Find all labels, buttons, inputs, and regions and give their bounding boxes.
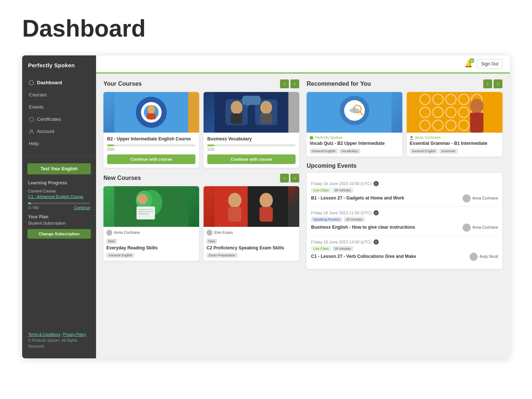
svg-point-28	[260, 193, 273, 208]
sidebar-item-help[interactable]: Help	[22, 137, 96, 150]
course-card-b2-button[interactable]: Continue with course	[107, 154, 195, 164]
sidebar-footer: Terms & Conditions | Privacy Policy © Pe…	[22, 329, 96, 352]
svg-point-30	[228, 193, 242, 208]
sidebar-item-courses[interactable]: Courses	[22, 89, 96, 101]
sidebar-item-account-label: Account	[37, 129, 54, 134]
certificate-icon	[29, 117, 34, 122]
svg-point-7	[148, 105, 155, 115]
course-card-bv-body: Business Vocabulary 1/20 Continue with c…	[204, 133, 299, 168]
rec-card-vocab-title: Vocab Quiz - B2 Upper Intermediate	[310, 141, 399, 147]
learning-progress-title: Learning Progress	[22, 177, 96, 187]
course-card-bv-button[interactable]: Continue with course	[207, 154, 296, 164]
event-3-row: C1 - Lesson 27 - Verb Collocations Give …	[311, 253, 498, 261]
current-course-link[interactable]: C1 - Advanced English Course	[28, 194, 83, 199]
recommended-title: Recommended for You	[307, 81, 371, 87]
sidebar-item-certificates-label: Certificates	[37, 116, 61, 122]
event-2-row: Business English - How to give clear ins…	[311, 224, 498, 232]
sign-out-button[interactable]: Sign Out	[477, 59, 502, 69]
rec-card-grammar-body: Anna Cochrane Essential Grammar - B1 Int…	[407, 133, 502, 157]
new-courses-title: New Courses	[103, 175, 141, 181]
svg-point-55	[470, 99, 484, 113]
test-english-button[interactable]: Test Your English	[27, 163, 91, 174]
teacher-3-avatar	[470, 253, 478, 261]
event-3-tag-duration: 30 minutes	[332, 246, 353, 251]
svg-rect-31	[228, 207, 242, 222]
upcoming-events-section: Upcoming Events Friday 16 June 2023 10:0…	[307, 163, 502, 269]
new-card-speaking-author: Elen Evans	[207, 230, 296, 236]
new-card-speaking: Elen Evans New C2 Proficiency Speaking E…	[204, 186, 299, 261]
sidebar-item-events[interactable]: Events	[22, 101, 96, 113]
rec-card-grammar-tags: General English Grammar	[410, 149, 499, 154]
course-card-bv-progress-bar	[207, 144, 296, 146]
terms-link[interactable]: Terms & Conditions	[28, 332, 60, 337]
course-card-b2-count: 5/60	[107, 147, 195, 151]
author-icon-anna	[106, 230, 112, 236]
course-card-b2: B2 - Upper Intermediate English Course 5…	[103, 92, 199, 168]
subscription-label: Student Subscription	[22, 220, 96, 228]
event-1-info[interactable]: i	[374, 181, 379, 186]
svg-point-2	[30, 130, 33, 132]
sidebar-item-events-label: Events	[29, 104, 44, 110]
new-card-reading-tag: General English	[106, 253, 134, 258]
new-courses-next[interactable]: ›	[290, 174, 299, 183]
event-item-1: Friday 16 June 2023 10:00 (UTC) i Live C…	[311, 177, 498, 207]
new-courses-prev[interactable]: ‹	[280, 174, 289, 183]
continue-link[interactable]: Continue	[74, 205, 90, 210]
new-card-reading: Anna Cochrane New Everyday Reading Skill…	[103, 186, 199, 261]
your-courses-nav: ‹ ›	[280, 79, 299, 88]
right-panel: Recommended for You ‹ ›	[307, 79, 502, 352]
sidebar-item-courses-label: Courses	[29, 92, 47, 98]
new-courses-section: New Courses ‹ ›	[103, 174, 299, 261]
sidebar-nav: Dashboard Courses Events Certificates Ac…	[22, 74, 96, 153]
recommended-nav: ‹ ›	[483, 79, 502, 88]
recommended-next[interactable]: ›	[494, 79, 502, 88]
event-item-2: Friday 16 June 2023 11:00 (UTC) i Speaki…	[311, 207, 498, 236]
course-card-bv-image	[204, 92, 299, 133]
event-3-date: Friday 16 June 2023 14:00 (UTC) i	[311, 239, 498, 245]
event-2-tag-speaking: Speaking Practice	[311, 217, 342, 222]
privacy-link[interactable]: Privacy Policy	[63, 332, 86, 337]
provider-icon-2	[410, 136, 413, 140]
recommended-prev[interactable]: ‹	[483, 79, 492, 88]
sidebar-item-help-label: Help	[29, 141, 39, 146]
your-courses-next[interactable]: ›	[290, 79, 299, 88]
event-3-title: C1 - Lesson 27 - Verb Collocations Give …	[311, 254, 470, 260]
recommended-header: Recommended for You ‹ ›	[307, 79, 502, 88]
event-1-date: Friday 16 June 2023 10:00 (UTC) i	[311, 181, 498, 186]
event-2-tag-duration: 45 minutes	[344, 217, 365, 222]
your-courses-prev[interactable]: ‹	[280, 79, 289, 88]
teacher-2-avatar	[463, 224, 471, 232]
course-card-bv-count: 1/20	[207, 147, 296, 151]
change-subscription-button[interactable]: Change Subscription	[27, 229, 91, 239]
event-1-tag-live: Live Class	[311, 188, 331, 193]
events-list: Friday 16 June 2023 10:00 (UTC) i Live C…	[307, 173, 502, 269]
event-2-teacher: Anna Cochrane	[463, 224, 498, 232]
scroll-area: Your Courses ‹ ›	[96, 74, 510, 358]
course-card-bv-progress-fill	[207, 144, 214, 146]
notification-icon[interactable]: 🔔 1	[464, 60, 473, 68]
course-card-b2-progress-fill	[107, 144, 114, 146]
rec-tag-vocabulary: Vocabulary	[339, 149, 360, 154]
new-courses-cards: Anna Cochrane New Everyday Reading Skill…	[103, 186, 299, 261]
event-2-tags: Speaking Practice 45 minutes	[311, 217, 498, 222]
new-card-speaking-title: C2 Proficiency Speaking Exam Skills	[207, 245, 296, 251]
event-2-info[interactable]: i	[374, 210, 379, 215]
sidebar-item-certificates[interactable]: Certificates	[22, 113, 96, 125]
event-3-info[interactable]: i	[374, 239, 379, 245]
new-courses-header: New Courses ‹ ›	[103, 174, 299, 183]
current-course-label: Current Course C1 - Advanced English Cou…	[22, 187, 96, 201]
author-icon-elen	[207, 230, 212, 236]
event-3-teacher: Andy Nicoll	[470, 253, 498, 261]
sidebar-item-account[interactable]: Account	[22, 125, 96, 137]
event-2-title: Business English - How to give clear ins…	[311, 225, 463, 231]
event-3-tag-live: Live Class	[311, 246, 331, 251]
course-card-b2-body: B2 - Upper Intermediate English Course 5…	[103, 133, 199, 168]
rec-card-grammar-title: Essential Grammar - B1 Intermediate	[410, 141, 499, 147]
left-panel: Your Courses ‹ ›	[103, 79, 299, 352]
svg-rect-16	[242, 96, 261, 105]
sidebar-item-dashboard[interactable]: Dashboard	[22, 76, 96, 89]
course-card-bv-title: Business Vocabulary	[207, 136, 296, 142]
new-card-reading-author: Anna Cochrane	[106, 230, 196, 236]
new-card-speaking-body: Elen Evans New C2 Proficiency Speaking E…	[204, 227, 299, 261]
new-card-speaking-tags: Exam Preparation	[207, 253, 296, 258]
